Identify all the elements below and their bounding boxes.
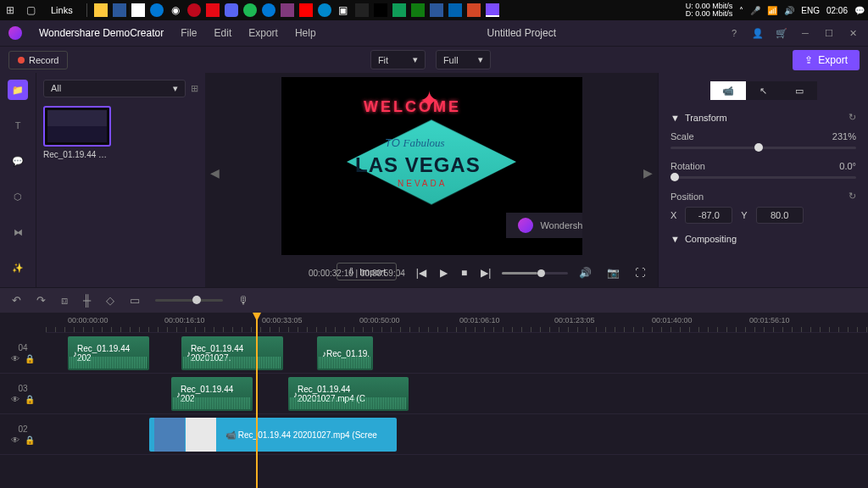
track-header-03[interactable]: 03👁🔒 — [0, 374, 46, 414]
ruler[interactable]: 00:00:00:00 00:00:16:10 00:00:33:05 00:0… — [46, 313, 868, 333]
import-button[interactable]: ⇩Import — [337, 263, 397, 280]
app-icon[interactable] — [206, 3, 220, 17]
mic-icon[interactable]: 🎙 — [238, 294, 249, 307]
app-icon[interactable] — [299, 3, 313, 17]
transform-header[interactable]: ▼ Transform↻ — [670, 112, 856, 123]
media-thumbnail[interactable]: Rec_01.19.44 2020... — [43, 106, 111, 159]
track-04[interactable]: ♪ Rec_01.19.44 202 ♪ Rec_01.19.44 202010… — [46, 333, 868, 374]
menu-export[interactable]: Export — [248, 27, 278, 39]
video-preview[interactable]: ✦ WELCOME TO Fabulous LAS VEGAS NEVADA W… — [281, 77, 582, 255]
next-clip-icon[interactable]: ▶ — [643, 166, 653, 180]
audio-clip[interactable]: ♪ Rec_01.19.44 20201027. — [181, 336, 283, 370]
app-icon[interactable] — [392, 3, 406, 17]
app-icon[interactable] — [318, 3, 331, 17]
tray-icon[interactable]: ˄ — [739, 6, 743, 15]
clock-label[interactable]: 02:06 — [826, 6, 848, 15]
mic-icon[interactable]: 🎤 — [750, 6, 760, 15]
split-icon[interactable]: ╫ — [83, 294, 91, 307]
app-icon[interactable] — [355, 3, 369, 17]
fit-dropdown[interactable]: Fit▾ — [370, 50, 426, 69]
video-clip[interactable]: 📹 Rec_01.19.44 20201027.mp4 (Scree — [149, 418, 397, 452]
lock-icon[interactable]: 🔒 — [25, 354, 35, 363]
wifi-icon[interactable]: 📶 — [767, 6, 777, 15]
audio-clip[interactable]: ♪ Rec_01.19.44 20201027.mp4 (C — [288, 377, 409, 411]
grid-view-icon[interactable]: ⊞ — [191, 83, 198, 94]
play-icon[interactable]: ▶ — [437, 267, 450, 279]
start-icon[interactable]: ⊞ — [3, 3, 17, 17]
quality-dropdown[interactable]: Full▾ — [436, 50, 491, 69]
lock-icon[interactable]: 🔒 — [25, 435, 35, 445]
app-icon[interactable] — [243, 3, 257, 17]
audio-clip[interactable]: ♪ Rec_01.19. — [317, 336, 373, 370]
y-input[interactable] — [756, 207, 804, 224]
app-icon[interactable] — [411, 3, 425, 17]
effects-tool-icon[interactable]: ✨ — [8, 258, 28, 278]
cart-icon[interactable]: 🛒 — [775, 26, 788, 40]
app-icon[interactable]: ◉ — [169, 3, 182, 17]
rotation-slider[interactable] — [670, 176, 856, 179]
track-03[interactable]: ♪ Rec_01.19.44 202 ♪ Rec_01.19.44 202010… — [46, 374, 868, 414]
app-icon[interactable] — [187, 3, 201, 17]
menu-file[interactable]: File — [181, 27, 197, 39]
audio-clip[interactable]: ♪ Rec_01.19.44 202 — [171, 377, 253, 411]
fullscreen-icon[interactable]: ⛶ — [632, 267, 648, 279]
redo-icon[interactable]: ↷ — [36, 294, 46, 307]
menu-help[interactable]: Help — [295, 27, 316, 39]
democreator-taskbar-icon[interactable] — [486, 3, 499, 17]
app-icon[interactable] — [150, 3, 164, 17]
eye-icon[interactable]: 👁 — [11, 435, 19, 445]
media-filter-dropdown[interactable]: All▾ — [43, 80, 186, 97]
marker-icon[interactable]: ◇ — [106, 294, 114, 307]
video-tab-icon[interactable]: 📹 — [710, 81, 746, 100]
app-icon[interactable] — [430, 3, 443, 17]
zoom-slider[interactable] — [155, 299, 223, 302]
links-label[interactable]: Links — [44, 5, 80, 15]
close-icon[interactable]: ✕ — [846, 26, 860, 40]
lock-icon[interactable]: 🔒 — [25, 395, 35, 404]
track-header-04[interactable]: 04👁🔒 — [0, 333, 46, 374]
caption-tab-icon[interactable]: ▭ — [782, 81, 817, 100]
track-header-02[interactable]: 02👁🔒 — [0, 414, 46, 455]
annotation-tool-icon[interactable]: 💬 — [8, 151, 28, 171]
app-icon[interactable] — [467, 3, 481, 17]
crop-icon[interactable]: ⧈ — [61, 294, 68, 308]
prev-frame-icon[interactable]: |◀ — [414, 267, 429, 279]
app-icon[interactable] — [448, 3, 462, 17]
track-02[interactable]: 📹 Rec_01.19.44 20201027.mp4 (Scree — [46, 414, 868, 455]
lang-label[interactable]: ENG — [801, 6, 820, 15]
media-tool-icon[interactable]: 📁 — [8, 80, 28, 100]
record-button[interactable]: Record — [8, 51, 68, 69]
undo-icon[interactable]: ↶ — [12, 294, 21, 307]
help-icon[interactable]: ? — [727, 26, 741, 40]
transition-tool-icon[interactable]: ⧓ — [8, 222, 28, 242]
app-icon[interactable] — [281, 3, 294, 17]
app-icon[interactable] — [374, 3, 387, 17]
compositing-header[interactable]: ▼ Compositing — [670, 234, 856, 244]
cursor-tab-icon[interactable]: ↖ — [746, 81, 782, 100]
text-tool-icon[interactable]: T — [8, 115, 28, 136]
app-icon[interactable] — [113, 3, 126, 17]
snapshot-icon[interactable]: 📷 — [604, 267, 622, 279]
next-frame-icon[interactable]: ▶| — [478, 267, 493, 279]
notifications-icon[interactable]: 💬 — [854, 6, 865, 15]
prev-clip-icon[interactable]: ◀ — [210, 166, 220, 180]
reset-icon[interactable]: ↻ — [849, 112, 856, 123]
reset-icon[interactable]: ↻ — [849, 191, 856, 202]
playhead[interactable] — [256, 313, 258, 488]
progress-bar[interactable] — [502, 272, 568, 274]
aspect-icon[interactable]: ▭ — [130, 294, 140, 307]
app-icon[interactable]: ▣ — [337, 3, 350, 17]
scale-slider[interactable] — [670, 147, 856, 149]
audio-clip[interactable]: ♪ Rec_01.19.44 202 — [68, 336, 149, 370]
export-button[interactable]: ⇪Export — [793, 50, 860, 70]
account-icon[interactable]: 👤 — [751, 26, 765, 40]
app-icon[interactable] — [225, 3, 238, 17]
sticker-tool-icon[interactable]: ⬡ — [8, 186, 28, 207]
maximize-icon[interactable]: ☐ — [822, 26, 836, 40]
app-icon[interactable] — [131, 3, 145, 17]
stop-icon[interactable]: ■ — [459, 267, 470, 279]
task-view-icon[interactable]: ▢ — [24, 3, 37, 17]
eye-icon[interactable]: 👁 — [11, 354, 19, 363]
x-input[interactable] — [685, 207, 732, 224]
volume-icon[interactable]: 🔊 — [784, 6, 794, 15]
